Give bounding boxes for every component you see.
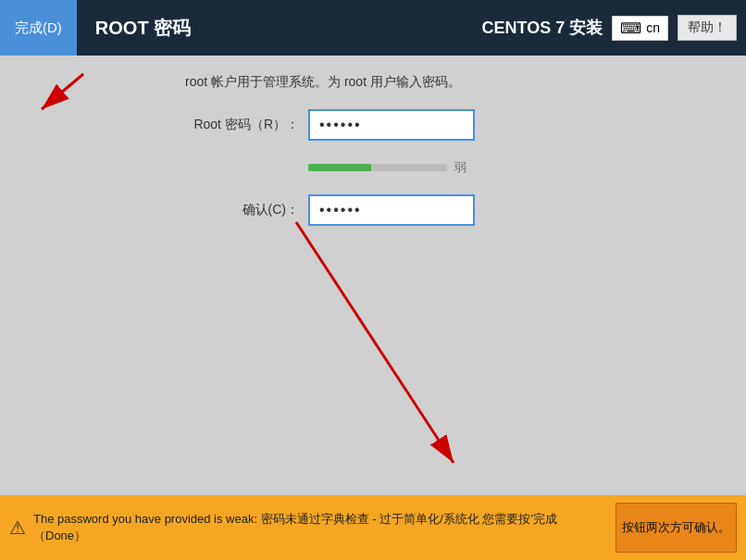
password-row: Root 密码（R）：: [188, 109, 558, 141]
description-text: root 帐户用于管理系统。为 root 用户输入密码。: [185, 74, 461, 91]
header: 完成(D) ROOT 密码 CENTOS 7 安装 ⌨ cn 帮助！: [0, 0, 746, 56]
svg-line-3: [296, 222, 454, 463]
lang-value: cn: [646, 20, 660, 35]
strength-row: 弱: [308, 159, 558, 176]
warning-text: The password you have provided is weak: …: [33, 511, 608, 544]
strength-bar-container: [308, 164, 447, 171]
password-input[interactable]: [308, 109, 475, 141]
svg-line-2: [42, 74, 83, 109]
language-selector[interactable]: ⌨ cn: [612, 16, 668, 41]
confirm-row: 确认(C)：: [188, 194, 558, 226]
help-button[interactable]: 帮助！: [678, 15, 737, 41]
done-button[interactable]: 完成(D): [0, 0, 77, 56]
form-area: Root 密码（R）： 弱 确认(C)：: [188, 109, 558, 226]
strength-label: 弱: [454, 159, 466, 176]
warning-highlight-text: 按钮两次方可确认。: [622, 519, 730, 536]
password-label: Root 密码（R）：: [188, 117, 299, 133]
page-title: ROOT 密码: [77, 16, 191, 41]
centos-title: CENTOS 7 安装: [482, 17, 603, 39]
warning-icon: ⚠: [9, 516, 26, 539]
confirm-label: 确认(C)：: [188, 202, 299, 218]
header-right: CENTOS 7 安装 ⌨ cn 帮助！: [482, 15, 747, 41]
main-content: root 帐户用于管理系统。为 root 用户输入密码。 Root 密码（R）：…: [0, 56, 746, 495]
header-left: 完成(D) ROOT 密码: [0, 0, 191, 56]
strength-bar-fill: [308, 164, 371, 171]
confirm-input[interactable]: [308, 194, 475, 226]
keyboard-icon: ⌨: [620, 19, 641, 37]
warning-highlight: 按钮两次方可确认。: [615, 503, 737, 553]
warning-bar: ⚠ The password you have provided is weak…: [0, 495, 746, 560]
